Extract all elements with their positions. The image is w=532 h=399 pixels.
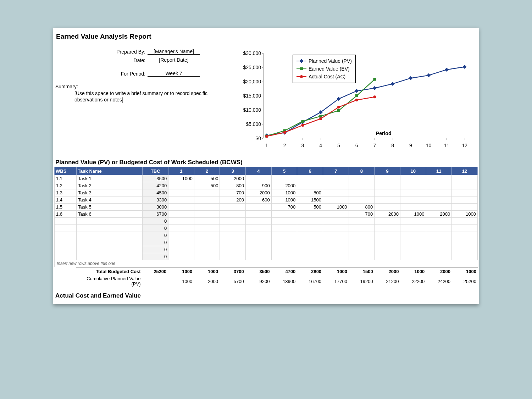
cell[interactable]: [246, 175, 272, 182]
cell[interactable]: 2000: [375, 211, 400, 218]
cell[interactable]: [375, 189, 400, 196]
table-row[interactable]: 0: [55, 225, 478, 232]
cell[interactable]: [194, 253, 220, 260]
cell[interactable]: [194, 225, 220, 232]
cell[interactable]: [426, 246, 452, 253]
cell[interactable]: [168, 218, 194, 225]
cell[interactable]: 1.5: [55, 204, 77, 211]
cell[interactable]: [194, 232, 220, 239]
cell[interactable]: [246, 246, 272, 253]
cell[interactable]: [55, 239, 77, 246]
cell[interactable]: [168, 253, 194, 260]
cell[interactable]: [349, 232, 375, 239]
cell[interactable]: 900: [246, 182, 272, 189]
cell[interactable]: [220, 232, 246, 239]
cell[interactable]: [426, 189, 452, 196]
cell[interactable]: [168, 232, 194, 239]
table-row[interactable]: 1.2Task 242005008009002000: [55, 182, 478, 189]
cell[interactable]: [77, 246, 143, 253]
cell[interactable]: [452, 246, 478, 253]
cell[interactable]: [220, 225, 246, 232]
cell[interactable]: [400, 189, 426, 196]
cell[interactable]: Task 5: [77, 204, 143, 211]
cell[interactable]: [323, 182, 349, 189]
table-row[interactable]: 0: [55, 218, 478, 225]
cell[interactable]: [349, 225, 375, 232]
cell[interactable]: 1.6: [55, 211, 77, 218]
cell[interactable]: [426, 225, 452, 232]
cell[interactable]: [55, 225, 77, 232]
cell[interactable]: 1500: [297, 196, 323, 204]
table-row[interactable]: 1.3Task 3450070020001000800: [55, 189, 478, 196]
cell[interactable]: 0: [143, 232, 168, 239]
cell[interactable]: 800: [297, 189, 323, 196]
period-value[interactable]: Week 7: [148, 71, 200, 77]
cell[interactable]: 1000: [400, 211, 426, 218]
cell[interactable]: [271, 239, 297, 246]
cell[interactable]: [297, 218, 323, 225]
cell[interactable]: [271, 253, 297, 260]
cell[interactable]: [246, 253, 272, 260]
cell[interactable]: [452, 218, 478, 225]
cell[interactable]: [220, 246, 246, 253]
cell[interactable]: 700: [349, 211, 375, 218]
cell[interactable]: [297, 253, 323, 260]
cell[interactable]: [246, 218, 272, 225]
cell[interactable]: [323, 232, 349, 239]
table-row[interactable]: 1.5Task 530007005001000800: [55, 204, 478, 211]
cell[interactable]: [375, 246, 400, 253]
cell[interactable]: [426, 196, 452, 204]
cell[interactable]: [400, 239, 426, 246]
cell[interactable]: [400, 218, 426, 225]
cell[interactable]: Task 6: [77, 211, 143, 218]
cell[interactable]: [194, 218, 220, 225]
cell[interactable]: [400, 204, 426, 211]
cell[interactable]: [194, 239, 220, 246]
cell[interactable]: [168, 189, 194, 196]
cell[interactable]: [323, 189, 349, 196]
cell[interactable]: [426, 232, 452, 239]
cell[interactable]: [77, 253, 143, 260]
cell[interactable]: [375, 175, 400, 182]
table-row[interactable]: 0: [55, 232, 478, 239]
cell[interactable]: 4200: [143, 182, 168, 189]
cell[interactable]: 700: [220, 189, 246, 196]
cell[interactable]: 0: [143, 239, 168, 246]
cell[interactable]: [426, 182, 452, 189]
cell[interactable]: [194, 246, 220, 253]
cell[interactable]: [246, 232, 272, 239]
cell[interactable]: 0: [143, 218, 168, 225]
table-row[interactable]: 1.1Task 1350010005002000: [55, 175, 478, 182]
cell[interactable]: Task 1: [77, 175, 143, 182]
cell[interactable]: 2000: [271, 182, 297, 189]
cell[interactable]: [426, 218, 452, 225]
cell[interactable]: [452, 253, 478, 260]
cell[interactable]: [375, 218, 400, 225]
cell[interactable]: 500: [297, 204, 323, 211]
cell[interactable]: 2000: [220, 175, 246, 182]
cell[interactable]: 2000: [426, 211, 452, 218]
cell[interactable]: [323, 246, 349, 253]
cell[interactable]: [349, 246, 375, 253]
cell[interactable]: [375, 232, 400, 239]
cell[interactable]: [220, 204, 246, 211]
cell[interactable]: [246, 211, 272, 218]
cell[interactable]: 4500: [143, 189, 168, 196]
cell[interactable]: [297, 175, 323, 182]
cell[interactable]: [452, 239, 478, 246]
cell[interactable]: [400, 182, 426, 189]
cell[interactable]: [55, 246, 77, 253]
table-row[interactable]: 1.6Task 667007002000100020001000: [55, 211, 478, 218]
cell[interactable]: [323, 218, 349, 225]
summary-text[interactable]: [Use this space to write a brief summary…: [74, 90, 223, 103]
cell[interactable]: [220, 253, 246, 260]
cell[interactable]: [55, 232, 77, 239]
cell[interactable]: 800: [349, 204, 375, 211]
cell[interactable]: [400, 253, 426, 260]
table-row[interactable]: 0: [55, 239, 478, 246]
cell[interactable]: 1000: [452, 211, 478, 218]
cell[interactable]: 3500: [143, 175, 168, 182]
cell[interactable]: [271, 232, 297, 239]
cell[interactable]: [452, 232, 478, 239]
cell[interactable]: [452, 175, 478, 182]
